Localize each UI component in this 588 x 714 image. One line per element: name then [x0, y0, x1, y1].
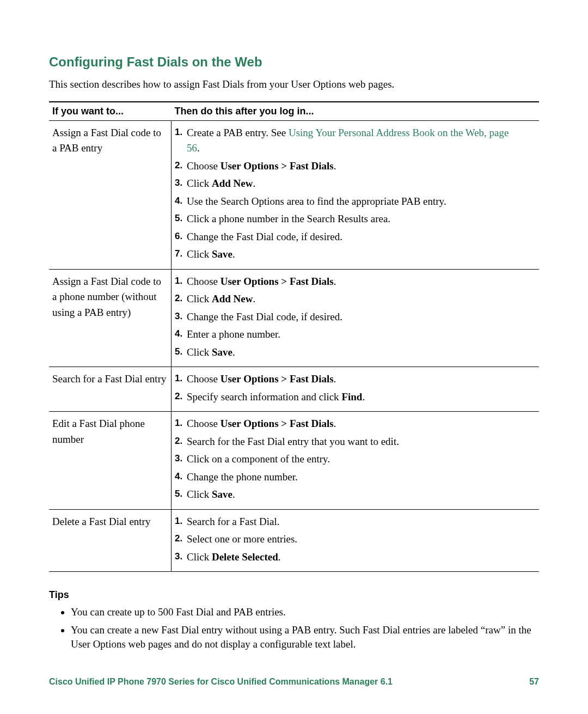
- step-text: Change the Fast Dial code, if desired.: [187, 309, 513, 325]
- table-cell-task: Assign a Fast Dial code to a phone numbe…: [49, 269, 171, 367]
- step-number: 4.: [175, 194, 187, 208]
- step-item: 4.Enter a phone number.: [175, 327, 535, 343]
- step-item: 5.Click Save.: [175, 487, 535, 503]
- bold-term: Delete Selected: [212, 551, 278, 563]
- bold-term: User Options > Fast Dials: [220, 418, 334, 429]
- step-text: Choose User Options > Fast Dials.: [187, 158, 513, 174]
- step-text: Search for a Fast Dial.: [187, 514, 513, 530]
- table-cell-steps: 1.Search for a Fast Dial.2.Select one or…: [171, 509, 540, 572]
- step-number: 3.: [175, 309, 187, 324]
- step-text: Click Save.: [187, 247, 513, 263]
- table-cell-task: Search for a Fast Dial entry: [49, 367, 171, 412]
- step-item: 1.Choose User Options > Fast Dials.: [175, 371, 535, 387]
- step-text: Choose User Options > Fast Dials.: [187, 371, 513, 387]
- step-text: Choose User Options > Fast Dials.: [187, 274, 513, 290]
- step-text: Select one or more entries.: [187, 532, 513, 547]
- table-row: Delete a Fast Dial entry1.Search for a F…: [49, 509, 539, 572]
- step-item: 5.Click Save.: [175, 345, 535, 361]
- step-item: 2.Choose User Options > Fast Dials.: [175, 158, 535, 174]
- step-number: 6.: [175, 229, 187, 243]
- table-row: Assign a Fast Dial code to a PAB entry1.…: [49, 120, 539, 269]
- step-item: 6.Change the Fast Dial code, if desired.: [175, 229, 535, 245]
- step-number: 5.: [175, 487, 187, 501]
- intro-paragraph: This section describes how to assign Fas…: [49, 77, 539, 91]
- step-number: 2.: [175, 158, 187, 173]
- bold-term: User Options > Fast Dials: [220, 373, 334, 385]
- table-cell-steps: 1.Create a PAB entry. See Using Your Per…: [171, 120, 540, 269]
- step-text: Click Save.: [187, 345, 513, 361]
- section-title: Configuring Fast Dials on the Web: [49, 54, 539, 70]
- tip-item: You can create up to 500 Fast Dial and P…: [71, 605, 539, 620]
- table-header-right: Then do this after you log in...: [171, 102, 540, 121]
- table-cell-task: Assign a Fast Dial code to a PAB entry: [49, 120, 171, 269]
- step-text: Click Delete Selected.: [187, 550, 513, 565]
- bold-term: Add New: [212, 178, 253, 189]
- step-text: Create a PAB entry. See Using Your Perso…: [187, 125, 513, 156]
- table-cell-task: Edit a Fast Dial phone number: [49, 412, 171, 510]
- step-number: 2.: [175, 434, 187, 448]
- step-item: 4.Change the phone number.: [175, 469, 535, 485]
- step-number: 1.: [175, 416, 187, 430]
- bold-term: User Options > Fast Dials: [220, 276, 334, 287]
- instructions-table: If you want to... Then do this after you…: [49, 101, 539, 572]
- step-text: Click on a component of the entry.: [187, 451, 513, 467]
- step-item: 3.Click Add New.: [175, 176, 535, 192]
- step-number: 4.: [175, 469, 187, 484]
- step-item: 4.Use the Search Options area to find th…: [175, 194, 535, 210]
- document-page: Configuring Fast Dials on the Web This s…: [0, 0, 588, 714]
- step-item: 3.Click on a component of the entry.: [175, 451, 535, 467]
- bold-term: Save: [212, 248, 232, 260]
- table-row: Search for a Fast Dial entry1.Choose Use…: [49, 367, 539, 412]
- step-number: 5.: [175, 211, 187, 225]
- step-number: 3.: [175, 550, 187, 564]
- table-cell-steps: 1.Choose User Options > Fast Dials.2.Spe…: [171, 367, 540, 412]
- step-number: 4.: [175, 327, 187, 341]
- step-text: Click Add New.: [187, 176, 513, 192]
- step-item: 5.Click a phone number in the Search Res…: [175, 211, 535, 227]
- step-number: 3.: [175, 176, 187, 190]
- step-item: 2.Specify search information and click F…: [175, 389, 535, 405]
- cross-reference-link[interactable]: Using Your Personal Address Book on the …: [187, 127, 509, 154]
- step-number: 2.: [175, 291, 187, 306]
- bold-term: Add New: [212, 293, 253, 304]
- footer-product: Cisco Unified IP Phone 7970 Series for C…: [49, 677, 393, 687]
- table-row: Assign a Fast Dial code to a phone numbe…: [49, 269, 539, 367]
- step-number: 5.: [175, 345, 187, 359]
- step-text: Enter a phone number.: [187, 327, 513, 343]
- table-header-left: If you want to...: [49, 102, 171, 121]
- step-number: 2.: [175, 532, 187, 546]
- step-item: 2.Search for the Fast Dial entry that yo…: [175, 434, 535, 450]
- tips-heading: Tips: [49, 589, 539, 601]
- step-item: 3.Change the Fast Dial code, if desired.: [175, 309, 535, 325]
- step-text: Change the phone number.: [187, 469, 513, 485]
- step-number: 2.: [175, 389, 187, 404]
- bold-term: Find: [341, 391, 362, 402]
- step-item: 2.Click Add New.: [175, 291, 535, 307]
- step-number: 1.: [175, 371, 187, 386]
- step-text: Choose User Options > Fast Dials.: [187, 416, 513, 432]
- table-cell-task: Delete a Fast Dial entry: [49, 509, 171, 572]
- step-item: 1.Choose User Options > Fast Dials.: [175, 416, 535, 432]
- bold-term: User Options > Fast Dials: [220, 160, 334, 172]
- step-number: 1.: [175, 274, 187, 288]
- tips-list: You can create up to 500 Fast Dial and P…: [59, 605, 539, 652]
- step-item: 7.Click Save.: [175, 247, 535, 263]
- step-text: Use the Search Options area to find the …: [187, 194, 513, 210]
- page-footer: Cisco Unified IP Phone 7970 Series for C…: [49, 677, 539, 687]
- table-cell-steps: 1.Choose User Options > Fast Dials.2.Cli…: [171, 269, 540, 367]
- step-text: Specify search information and click Fin…: [187, 389, 513, 405]
- step-number: 1.: [175, 125, 187, 139]
- table-cell-steps: 1.Choose User Options > Fast Dials.2.Sea…: [171, 412, 540, 510]
- bold-term: Save: [212, 489, 232, 500]
- step-number: 1.: [175, 514, 187, 528]
- step-item: 3.Click Delete Selected.: [175, 550, 535, 565]
- step-item: 1.Choose User Options > Fast Dials.: [175, 274, 535, 290]
- table-row: Edit a Fast Dial phone number1.Choose Us…: [49, 412, 539, 510]
- step-item: 2.Select one or more entries.: [175, 532, 535, 547]
- step-text: Change the Fast Dial code, if desired.: [187, 229, 513, 245]
- step-text: Click Add New.: [187, 291, 513, 307]
- tip-item: You can create a new Fast Dial entry wit…: [71, 623, 539, 652]
- bold-term: Save: [212, 346, 232, 358]
- step-number: 7.: [175, 247, 187, 261]
- step-item: 1.Search for a Fast Dial.: [175, 514, 535, 530]
